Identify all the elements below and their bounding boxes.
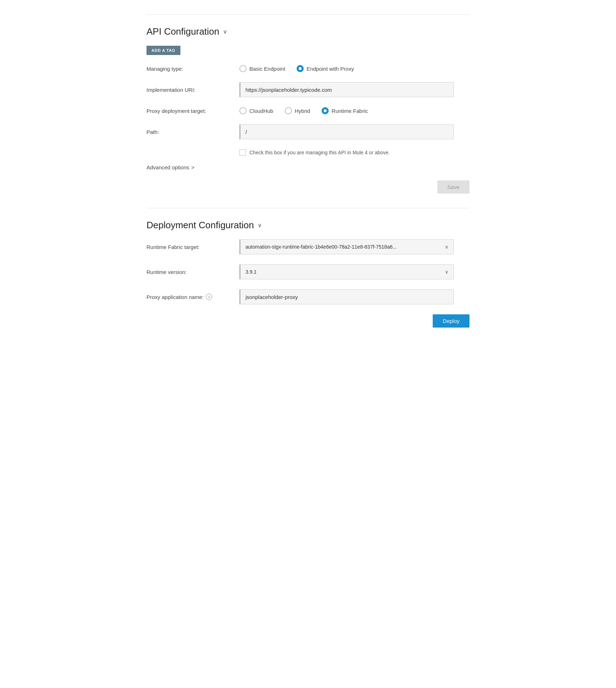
add-tag-button[interactable]: ADD A TAG bbox=[146, 46, 180, 55]
runtime-fabric-label: Runtime Fabric bbox=[332, 108, 368, 114]
cloudhub-label: CloudHub bbox=[249, 108, 273, 114]
proxy-deployment-controls: CloudHub Hybrid Runtime Fabric bbox=[239, 107, 470, 114]
path-row: Path: bbox=[146, 124, 470, 139]
runtime-fabric-target-arrow: ∨ bbox=[445, 244, 448, 250]
runtime-version-arrow: ∨ bbox=[445, 269, 448, 275]
save-button[interactable]: Save bbox=[437, 180, 470, 194]
hybrid-radio[interactable] bbox=[285, 107, 292, 114]
hybrid-option[interactable]: Hybrid bbox=[285, 107, 310, 114]
cloudhub-option[interactable]: CloudHub bbox=[239, 107, 273, 114]
runtime-fabric-target-select[interactable]: automation-stgx-runtime-fabric-1b4e6e00-… bbox=[239, 239, 454, 254]
api-config-header: API Configuration ∨ bbox=[146, 26, 470, 37]
implementation-uri-label: Implementation URI: bbox=[146, 87, 239, 93]
runtime-fabric-option[interactable]: Runtime Fabric bbox=[322, 107, 368, 114]
deploy-btn-row: Deploy bbox=[146, 314, 470, 328]
deployment-config-header: Deployment Configuration ∨ bbox=[146, 220, 470, 231]
api-config-chevron[interactable]: ∨ bbox=[223, 28, 227, 35]
path-label: Path: bbox=[146, 129, 239, 135]
runtime-fabric-target-value: automation-stgx-runtime-fabric-1b4e6e00-… bbox=[245, 244, 442, 250]
endpoint-with-proxy-radio[interactable] bbox=[297, 65, 304, 72]
save-btn-row: Save bbox=[146, 180, 470, 194]
advanced-options-arrow: > bbox=[191, 164, 194, 170]
endpoint-with-proxy-option[interactable]: Endpoint with Proxy bbox=[297, 65, 354, 72]
implementation-uri-input[interactable] bbox=[239, 82, 454, 97]
api-config-title: API Configuration bbox=[146, 26, 219, 37]
hybrid-label: Hybrid bbox=[295, 108, 310, 114]
mule4-checkbox-row: Check this box if you are managing this … bbox=[239, 149, 470, 156]
deployment-config-chevron[interactable]: ∨ bbox=[258, 222, 262, 229]
basic-endpoint-radio[interactable] bbox=[239, 65, 247, 72]
advanced-options-row[interactable]: Advanced options > bbox=[146, 164, 470, 170]
mule4-checkbox-label: Check this box if you are managing this … bbox=[249, 150, 390, 155]
basic-endpoint-option[interactable]: Basic Endpoint bbox=[239, 65, 285, 72]
managing-type-label: Managing type: bbox=[146, 66, 239, 72]
mule4-checkbox[interactable] bbox=[239, 149, 246, 156]
path-input[interactable] bbox=[239, 124, 454, 139]
advanced-options-label: Advanced options bbox=[146, 164, 189, 170]
runtime-version-select[interactable]: 3.9.1 ∨ bbox=[239, 264, 454, 279]
runtime-version-label: Runtime version: bbox=[146, 269, 239, 275]
proxy-app-name-label: Proxy application name: i bbox=[146, 294, 239, 300]
runtime-fabric-target-row: Runtime Fabric target: automation-stgx-r… bbox=[146, 239, 470, 254]
runtime-version-row: Runtime version: 3.9.1 ∨ bbox=[146, 264, 470, 279]
api-configuration-section: API Configuration ∨ ADD A TAG Managing t… bbox=[146, 14, 470, 208]
implementation-uri-row: Implementation URI: bbox=[146, 82, 470, 97]
proxy-deployment-target-row: Proxy deployment target: CloudHub Hybrid… bbox=[146, 107, 470, 114]
deploy-button[interactable]: Deploy bbox=[433, 314, 470, 328]
proxy-app-name-label-with-info: Proxy application name: i bbox=[146, 294, 239, 300]
runtime-version-value: 3.9.1 bbox=[245, 269, 442, 275]
managing-type-controls: Basic Endpoint Endpoint with Proxy bbox=[239, 65, 470, 72]
proxy-app-name-row: Proxy application name: i bbox=[146, 289, 470, 304]
proxy-app-name-input[interactable] bbox=[239, 289, 454, 304]
managing-type-row: Managing type: Basic Endpoint Endpoint w… bbox=[146, 65, 470, 72]
cloudhub-radio[interactable] bbox=[239, 107, 247, 114]
deployment-config-title: Deployment Configuration bbox=[146, 220, 254, 231]
runtime-fabric-target-label: Runtime Fabric target: bbox=[146, 244, 239, 250]
basic-endpoint-label: Basic Endpoint bbox=[249, 66, 285, 72]
deployment-configuration-section: Deployment Configuration ∨ Runtime Fabri… bbox=[146, 208, 470, 342]
runtime-fabric-radio[interactable] bbox=[322, 107, 329, 114]
proxy-app-name-text: Proxy application name: bbox=[146, 294, 204, 300]
proxy-deployment-target-label: Proxy deployment target: bbox=[146, 108, 239, 114]
endpoint-with-proxy-label: Endpoint with Proxy bbox=[307, 66, 354, 72]
proxy-app-name-info-icon[interactable]: i bbox=[206, 294, 212, 300]
